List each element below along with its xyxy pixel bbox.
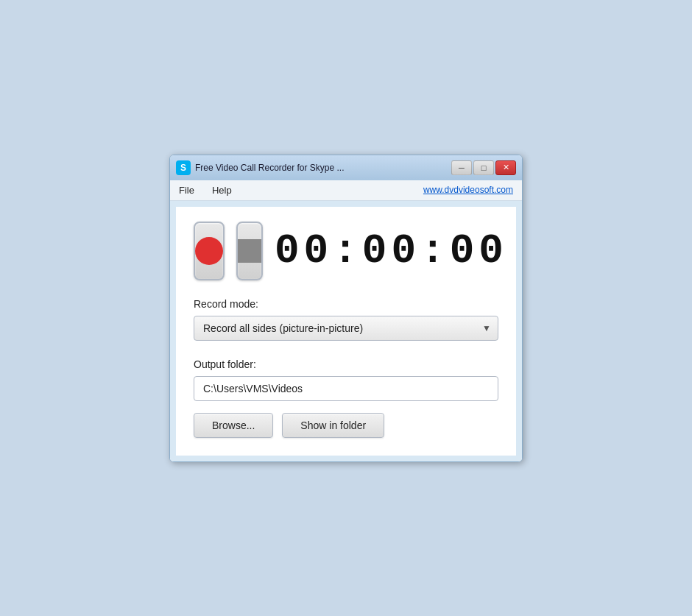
- title-bar: S Free Video Call Recorder for Skype ...…: [170, 155, 522, 180]
- maximize-button[interactable]: □: [473, 160, 494, 175]
- application-window: S Free Video Call Recorder for Skype ...…: [169, 155, 523, 462]
- record-icon: [195, 237, 223, 265]
- close-button[interactable]: ✕: [495, 160, 516, 175]
- main-content: 00:00:00 Record mode: Record all sides (…: [170, 201, 522, 461]
- action-buttons: Browse... Show in folder: [194, 413, 498, 438]
- record-button[interactable]: [194, 222, 225, 280]
- browse-button[interactable]: Browse...: [194, 413, 273, 438]
- output-folder-label: Output folder:: [194, 358, 498, 370]
- stop-button[interactable]: [236, 222, 263, 280]
- output-folder-section: Output folder:: [194, 358, 498, 401]
- website-link[interactable]: www.dvdvideosoft.com: [423, 185, 513, 195]
- record-mode-label: Record mode:: [194, 298, 498, 310]
- menu-file[interactable]: File: [176, 183, 197, 197]
- output-folder-input[interactable]: [194, 376, 498, 401]
- window-title: Free Video Call Recorder for Skype ...: [195, 163, 447, 173]
- minimize-button[interactable]: ─: [451, 160, 472, 175]
- stop-icon: [238, 239, 261, 263]
- window-controls: ─ □ ✕: [451, 160, 516, 175]
- show-in-folder-button[interactable]: Show in folder: [282, 413, 384, 438]
- record-mode-select[interactable]: Record all sides (picture-in-picture) Re…: [194, 316, 498, 341]
- timer-display: 00:00:00: [275, 230, 508, 272]
- menu-help[interactable]: Help: [209, 183, 235, 197]
- menu-bar: File Help www.dvdvideosoft.com: [170, 180, 522, 201]
- controls-row: 00:00:00: [194, 222, 498, 280]
- record-mode-dropdown-wrapper: Record all sides (picture-in-picture) Re…: [194, 316, 498, 341]
- record-mode-section: Record mode: Record all sides (picture-i…: [194, 298, 498, 341]
- app-icon: S: [176, 160, 191, 175]
